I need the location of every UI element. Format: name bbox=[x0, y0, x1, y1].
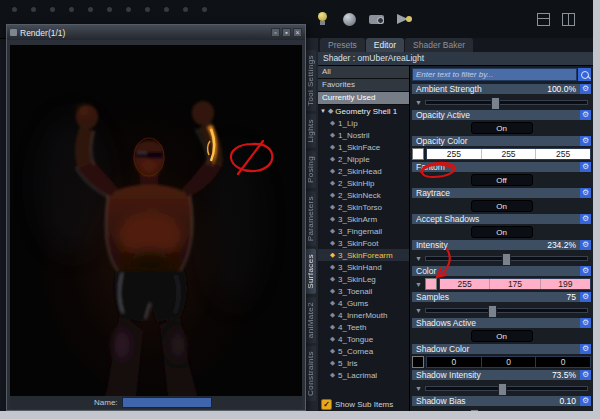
gear-icon[interactable]: ⚙ bbox=[580, 370, 591, 380]
tab-editor[interactable]: Editor bbox=[366, 38, 404, 52]
color-values-color[interactable]: 255175199 bbox=[439, 278, 591, 290]
restore-button[interactable]: ▪ bbox=[282, 28, 291, 37]
param-label-opacity-color: Opacity Color⚙ bbox=[412, 136, 591, 146]
color-values-opacity-color[interactable]: 255255255 bbox=[426, 148, 591, 160]
gear-icon[interactable]: ⚙ bbox=[580, 136, 591, 146]
lightbulb-icon[interactable] bbox=[314, 11, 331, 28]
slider-samples[interactable] bbox=[425, 308, 588, 313]
slider-ambient-strength[interactable] bbox=[425, 100, 588, 105]
surface-item-4-tongue[interactable]: ◆4_Tongue bbox=[318, 333, 409, 345]
color-swatch-shadow-color[interactable] bbox=[412, 356, 424, 368]
color-expand-icon[interactable]: ▼ bbox=[415, 281, 422, 288]
surface-item-1-nostril[interactable]: ◆1_Nostril bbox=[318, 129, 409, 141]
pin-button[interactable]: ▫ bbox=[271, 28, 280, 37]
side-tab-animate2[interactable]: aniMate2 bbox=[305, 297, 316, 343]
sphere-icon[interactable] bbox=[341, 11, 358, 28]
surface-item-2-skintorso[interactable]: ◆2_SkinTorso bbox=[318, 201, 409, 213]
gear-icon[interactable]: ⚙ bbox=[580, 292, 591, 302]
slider-shadow-intensity[interactable] bbox=[425, 386, 588, 391]
surface-item-5-cornea[interactable]: ◆5_Cornea bbox=[318, 345, 409, 357]
surface-item-3-skinfoot[interactable]: ◆3_SkinFoot bbox=[318, 237, 409, 249]
slider-handle[interactable] bbox=[488, 305, 497, 318]
side-tab-constraints[interactable]: Constraints bbox=[305, 346, 316, 401]
slider-nudge-icon[interactable]: ▼ bbox=[415, 385, 422, 392]
expander-icon[interactable]: ▼ bbox=[320, 108, 326, 114]
gear-icon[interactable]: ⚙ bbox=[580, 110, 591, 120]
camera-icon[interactable] bbox=[368, 11, 385, 28]
filter-input[interactable] bbox=[412, 68, 577, 81]
color-swatch-color[interactable] bbox=[425, 278, 437, 290]
side-tab-surfaces[interactable]: Surfaces bbox=[305, 249, 316, 294]
render-name-input[interactable] bbox=[122, 397, 212, 408]
slider-handle[interactable] bbox=[491, 97, 500, 110]
surface-item-5-iris[interactable]: ◆5_Iris bbox=[318, 357, 409, 369]
slider-intensity[interactable] bbox=[425, 256, 588, 261]
surface-item-label: 3_SkinFoot bbox=[338, 239, 378, 248]
slider-handle[interactable] bbox=[498, 383, 507, 396]
surface-item-label: 2_Nipple bbox=[338, 155, 370, 164]
toggle-accept-shadows[interactable]: On bbox=[471, 226, 533, 238]
search-icon[interactable] bbox=[578, 68, 591, 81]
gear-icon[interactable]: ⚙ bbox=[580, 214, 591, 224]
surface-item-3-skinleg[interactable]: ◆3_SkinLeg bbox=[318, 273, 409, 285]
tab-presets[interactable]: Presets bbox=[320, 38, 365, 52]
toggle-opacity-active[interactable]: On bbox=[471, 122, 533, 134]
gear-icon[interactable]: ⚙ bbox=[580, 396, 591, 406]
toggle-fantom[interactable]: Off bbox=[471, 174, 533, 186]
panel-grid-icon[interactable] bbox=[535, 11, 552, 28]
surface-item-5-lacrimal[interactable]: ◆5_Lacrimal bbox=[318, 369, 409, 381]
surface-diamond-icon: ◆ bbox=[330, 131, 335, 139]
tab-shader-baker[interactable]: Shader Baker bbox=[405, 38, 473, 52]
close-button[interactable]: × bbox=[293, 28, 302, 37]
toggle-shadows-active[interactable]: On bbox=[471, 330, 533, 342]
list-filter-favorites[interactable]: Favorites bbox=[318, 79, 409, 92]
slider-nudge-icon[interactable]: ▼ bbox=[415, 255, 422, 262]
gear-icon[interactable]: ⚙ bbox=[580, 344, 591, 354]
tree-node-geometry-shell[interactable]: ▼ ◆ Geometry Shell 1 bbox=[318, 105, 409, 117]
surface-item-3-fingernail[interactable]: ◆3_Fingernail bbox=[318, 225, 409, 237]
color-values-shadow-color[interactable]: 000 bbox=[426, 356, 591, 368]
gear-icon[interactable]: ⚙ bbox=[580, 188, 591, 198]
surface-item-3-toenail[interactable]: ◆3_Toenail bbox=[318, 285, 409, 297]
render-window-titlebar[interactable]: Render(1/1) ▫ ▪ × bbox=[7, 25, 305, 40]
toggle-raytrace[interactable]: On bbox=[471, 200, 533, 212]
slider-nudge-icon[interactable]: ▼ bbox=[415, 99, 422, 106]
spotlight-icon[interactable] bbox=[395, 11, 412, 28]
surface-item-1-lip[interactable]: ◆1_Lip bbox=[318, 117, 409, 129]
checkbox-checked-icon[interactable]: ✓ bbox=[321, 399, 332, 410]
surface-item-2-skinneck[interactable]: ◆2_SkinNeck bbox=[318, 189, 409, 201]
toolbar-dot bbox=[145, 7, 150, 12]
gear-icon[interactable]: ⚙ bbox=[580, 266, 591, 276]
surface-item-2-nipple[interactable]: ◆2_Nipple bbox=[318, 153, 409, 165]
slider-handle[interactable] bbox=[470, 409, 479, 412]
surface-item-4-gums[interactable]: ◆4_Gums bbox=[318, 297, 409, 309]
side-tab-posing[interactable]: Posing bbox=[305, 151, 316, 188]
slider-handle[interactable] bbox=[502, 253, 511, 266]
surface-item-4-innermouth[interactable]: ◆4_InnerMouth bbox=[318, 309, 409, 321]
param-accept-shadows: Accept Shadows⚙On bbox=[412, 214, 591, 238]
color-swatch-opacity-color[interactable] bbox=[412, 148, 424, 160]
list-filter-all[interactable]: All bbox=[318, 66, 409, 79]
surface-item-label: 2_SkinNeck bbox=[338, 191, 381, 200]
shader-label: Shader : omUberAreaLight bbox=[318, 52, 593, 66]
gear-icon[interactable]: ⚙ bbox=[580, 162, 591, 172]
gear-icon[interactable]: ⚙ bbox=[580, 84, 591, 94]
surface-item-4-teeth[interactable]: ◆4_Teeth bbox=[318, 321, 409, 333]
gear-icon[interactable]: ⚙ bbox=[580, 318, 591, 328]
surface-item-3-skinforearm[interactable]: ◆3_SkinForearm bbox=[318, 249, 409, 261]
show-sub-items-toggle[interactable]: ✓ Show Sub Items bbox=[318, 397, 409, 411]
slider-nudge-icon[interactable]: ▼ bbox=[415, 307, 422, 314]
side-tab-tool-settings[interactable]: Tool Settings bbox=[305, 50, 316, 111]
side-tab-parameters[interactable]: Parameters bbox=[305, 191, 316, 246]
side-tab-lights[interactable]: Lights bbox=[305, 114, 316, 148]
slider-nudge-icon[interactable]: ▼ bbox=[415, 411, 422, 412]
panel-columns-icon[interactable] bbox=[560, 11, 577, 28]
list-filter-currently-used[interactable]: Currently Used bbox=[318, 92, 409, 105]
surface-item-3-skinhand[interactable]: ◆3_SkinHand bbox=[318, 261, 409, 273]
surface-item-2-skinhip[interactable]: ◆2_SkinHip bbox=[318, 177, 409, 189]
window-icon bbox=[10, 29, 17, 36]
surface-item-1-skinface[interactable]: ◆1_SkinFace bbox=[318, 141, 409, 153]
surface-item-2-skinhead[interactable]: ◆2_SkinHead bbox=[318, 165, 409, 177]
gear-icon[interactable]: ⚙ bbox=[580, 240, 591, 250]
surface-item-3-skinarm[interactable]: ◆3_SkinArm bbox=[318, 213, 409, 225]
